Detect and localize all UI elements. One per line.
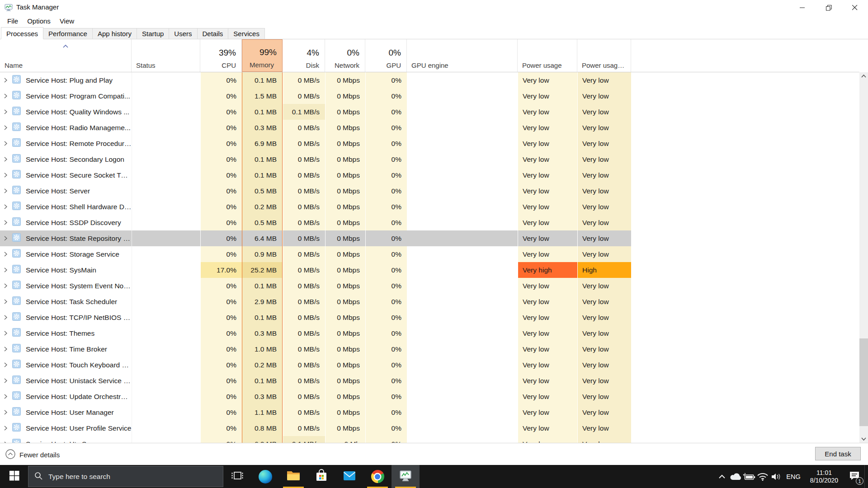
column-header-gpu_engine[interactable]: GPU engine	[407, 39, 518, 72]
tab-app-history[interactable]: App history	[92, 28, 137, 39]
service-gear-icon	[12, 122, 21, 133]
process-row[interactable]: Service Host: Secure Socket Tun...0%0.1 …	[0, 167, 859, 183]
process-row[interactable]: Service Host: Program Compati...0%1.5 MB…	[0, 88, 859, 104]
menu-item-options[interactable]: Options	[23, 15, 55, 27]
process-row[interactable]: Service Host: Secondary Logon0%0.1 MB0 M…	[0, 151, 859, 167]
process-row[interactable]: Service Host: Time Broker0%1.0 MB0 MB/s0…	[0, 341, 859, 357]
process-row[interactable]: Service Host: SysMain17.0%25.2 MB0 MB/s0…	[0, 262, 859, 278]
tab-services[interactable]: Services	[228, 28, 265, 39]
scrollbar-thumb[interactable]	[859, 338, 868, 426]
expand-chevron-icon[interactable]	[4, 424, 7, 432]
language-indicator[interactable]: ENG	[783, 473, 804, 480]
process-row[interactable]: Service Host: Unistack Service G...0%0.1…	[0, 373, 859, 389]
process-row[interactable]: Service Host: State Repository S...0%6.4…	[0, 230, 859, 246]
process-row[interactable]: Service Host: Quality Windows ...0%0.1 M…	[0, 104, 859, 120]
tab-users[interactable]: Users	[169, 28, 197, 39]
taskbar-edge-button[interactable]	[251, 465, 279, 488]
taskbar-store-button[interactable]	[307, 465, 335, 488]
taskbar-mail-button[interactable]	[335, 465, 363, 488]
expand-chevron-icon[interactable]	[4, 124, 7, 132]
expand-chevron-icon[interactable]	[4, 361, 7, 369]
disk-cell: 0 MB/s	[283, 246, 325, 262]
taskbar-chrome-button[interactable]	[363, 465, 392, 488]
taskbar-task-view-button[interactable]	[223, 465, 251, 488]
vertical-scrollbar[interactable]	[859, 72, 868, 443]
column-header-status[interactable]: Status	[132, 39, 200, 72]
expand-chevron-icon[interactable]	[4, 155, 7, 164]
scroll-up-icon[interactable]	[859, 72, 868, 80]
end-task-button[interactable]: End task	[815, 447, 861, 460]
column-header-disk[interactable]: 4%Disk	[283, 39, 325, 72]
expand-chevron-icon[interactable]	[4, 314, 7, 322]
action-center-button[interactable]: 1	[844, 465, 864, 488]
process-row[interactable]: Service Host: User Profile Service0%0.8 …	[0, 420, 859, 436]
expand-chevron-icon[interactable]	[4, 266, 7, 274]
search-input[interactable]	[47, 472, 210, 481]
expand-chevron-icon[interactable]	[4, 393, 7, 401]
start-button[interactable]	[0, 465, 28, 488]
expand-chevron-icon[interactable]	[4, 219, 7, 227]
fewer-details-button[interactable]: Fewer details	[5, 449, 60, 460]
expand-chevron-icon[interactable]	[4, 140, 7, 148]
process-row[interactable]: Service Host: Task Scheduler0%2.9 MB0 MB…	[0, 294, 859, 310]
taskbar-clock[interactable]: 11:01 8/10/2020	[804, 469, 844, 484]
process-row[interactable]: Service Host: Touch Keyboard a...0%0.2 M…	[0, 357, 859, 373]
process-row[interactable]: Service Host: SSDP Discovery0%0.5 MB0 MB…	[0, 215, 859, 230]
expand-chevron-icon[interactable]	[4, 408, 7, 417]
menu-item-file[interactable]: File	[3, 15, 23, 27]
expand-chevron-icon[interactable]	[4, 250, 7, 258]
taskbar-file-explorer-button[interactable]	[279, 465, 307, 488]
process-row[interactable]: Service Host: User Manager0%1.1 MB0 MB/s…	[0, 404, 859, 420]
process-row[interactable]: Service Host: Shell Hardware De...0%0.2 …	[0, 199, 859, 215]
tab-details[interactable]: Details	[197, 28, 229, 39]
expand-chevron-icon[interactable]	[4, 282, 7, 290]
process-row[interactable]: Service Host: Server0%0.5 MB0 MB/s0 Mbps…	[0, 183, 859, 199]
onedrive-icon[interactable]	[729, 465, 742, 488]
process-row[interactable]: Service Host: Utc S...0%6.2 MB0.1 MB/s0 …	[0, 436, 859, 443]
expand-chevron-icon[interactable]	[4, 108, 7, 116]
process-row[interactable]: Service Host: Radio Manageme...0%0.3 MB0…	[0, 120, 859, 136]
battery-icon[interactable]	[742, 465, 756, 488]
expand-chevron-icon[interactable]	[4, 377, 7, 385]
process-row[interactable]: Service Host: Themes0%0.3 MB0 MB/s0 Mbps…	[0, 325, 859, 341]
column-header-network[interactable]: 0%Network	[325, 39, 365, 72]
column-header-cpu[interactable]: 39%CPU	[200, 39, 242, 72]
menu-item-view[interactable]: View	[55, 15, 79, 27]
status-cell	[132, 310, 200, 325]
volume-icon[interactable]	[769, 465, 783, 488]
column-header-gpu[interactable]: 0%GPU	[365, 39, 407, 72]
process-name: Service Host: Time Broker	[26, 345, 107, 353]
taskbar-search[interactable]	[28, 466, 223, 487]
column-header-power_trend[interactable]: Power usage tr...	[577, 39, 631, 72]
close-button[interactable]	[842, 0, 868, 15]
column-header-power[interactable]: Power usage	[518, 39, 577, 72]
expand-chevron-icon[interactable]	[4, 329, 7, 338]
process-row[interactable]: Service Host: Plug and Play0%0.1 MB0 MB/…	[0, 72, 859, 88]
process-row[interactable]: Service Host: Update Orchestrat...0%0.3 …	[0, 389, 859, 404]
restore-button[interactable]	[816, 0, 842, 15]
column-header-name[interactable]: Name	[0, 39, 132, 72]
service-gear-icon	[12, 233, 21, 244]
chevron-up-icon[interactable]	[715, 465, 729, 488]
tab-processes[interactable]: Processes	[1, 27, 43, 39]
expand-chevron-icon[interactable]	[4, 203, 7, 211]
process-row[interactable]: Service Host: System Event Noti...0%0.1 …	[0, 278, 859, 294]
expand-chevron-icon[interactable]	[4, 171, 7, 179]
expand-chevron-icon[interactable]	[4, 235, 7, 243]
expand-chevron-icon[interactable]	[4, 187, 7, 195]
expand-chevron-icon[interactable]	[4, 76, 7, 84]
process-row[interactable]: Service Host: Remote Procedure...0%6.9 M…	[0, 136, 859, 151]
wifi-icon[interactable]	[756, 465, 769, 488]
process-row[interactable]: Service Host: TCP/IP NetBIOS H...0%0.1 M…	[0, 310, 859, 325]
column-header-memory[interactable]: 99%Memory	[242, 39, 283, 72]
expand-chevron-icon[interactable]	[4, 92, 7, 100]
show-desktop-button[interactable]	[864, 465, 868, 488]
expand-chevron-icon[interactable]	[4, 298, 7, 306]
minimize-button[interactable]	[789, 0, 816, 15]
tab-startup[interactable]: Startup	[137, 28, 169, 39]
expand-chevron-icon[interactable]	[4, 345, 7, 353]
process-row[interactable]: Service Host: Storage Service0%0.9 MB0 M…	[0, 246, 859, 262]
scroll-down-icon[interactable]	[859, 435, 868, 443]
taskbar-task-manager-button[interactable]	[392, 465, 420, 488]
tab-performance[interactable]: Performance	[43, 28, 93, 39]
